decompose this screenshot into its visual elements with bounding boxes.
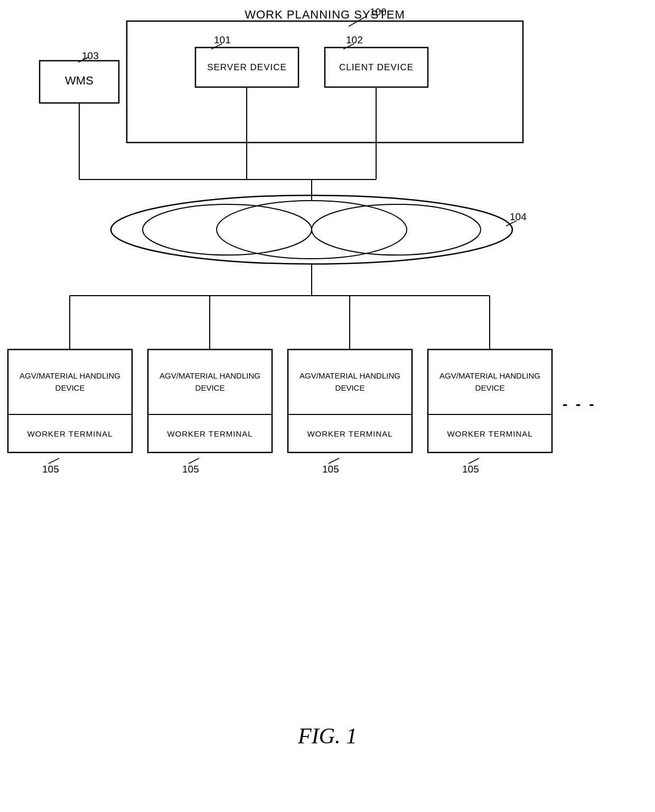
worker-terminal-label-3: WORKER TERMINAL bbox=[288, 414, 412, 452]
svg-line-36 bbox=[469, 458, 479, 464]
svg-line-34 bbox=[189, 458, 199, 464]
ref-105-2: 105 bbox=[182, 464, 199, 475]
svg-line-33 bbox=[49, 458, 59, 464]
worker-terminal-label-1: WORKER TERMINAL bbox=[8, 414, 132, 452]
svg-point-15 bbox=[217, 201, 407, 259]
ref-104: 104 bbox=[510, 211, 527, 223]
ref-105-4: 105 bbox=[462, 464, 479, 475]
svg-point-16 bbox=[143, 204, 312, 255]
device-group-2: AGV/MATERIAL HANDLING DEVICE WORKER TERM… bbox=[148, 350, 272, 452]
svg-point-17 bbox=[312, 204, 481, 255]
svg-point-14 bbox=[111, 195, 512, 264]
client-device-label: CLIENT DEVICE bbox=[325, 48, 428, 87]
ref-105-3: 105 bbox=[322, 464, 339, 475]
agv-label-3: AGV/MATERIAL HANDLING DEVICE bbox=[288, 350, 412, 414]
agv-label-1: AGV/MATERIAL HANDLING DEVICE bbox=[8, 350, 132, 414]
worker-terminal-label-2: WORKER TERMINAL bbox=[148, 414, 272, 452]
fig-label: FIG. 1 bbox=[298, 723, 357, 749]
server-device-label: SERVER DEVICE bbox=[195, 48, 298, 87]
wms-label: WMS bbox=[40, 74, 119, 88]
agv-label-2: AGV/MATERIAL HANDLING DEVICE bbox=[148, 350, 272, 414]
ref-101: 101 bbox=[214, 34, 231, 46]
device-group-4: AGV/MATERIAL HANDLING DEVICE WORKER TERM… bbox=[428, 350, 552, 452]
ellipsis-dots: - - - bbox=[563, 396, 596, 413]
agv-label-4: AGV/MATERIAL HANDLING DEVICE bbox=[428, 350, 552, 414]
ref-100: 100 bbox=[370, 6, 387, 18]
ref-102: 102 bbox=[346, 34, 363, 46]
ref-103: 103 bbox=[82, 50, 99, 62]
device-group-3: AGV/MATERIAL HANDLING DEVICE WORKER TERM… bbox=[288, 350, 412, 452]
diagram-container: WORK PLANNING SYSTEM 100 WMS 103 SERVER … bbox=[0, 0, 655, 812]
ref-105-1: 105 bbox=[42, 464, 59, 475]
svg-line-35 bbox=[329, 458, 339, 464]
device-group-1: AGV/MATERIAL HANDLING DEVICE WORKER TERM… bbox=[8, 350, 132, 452]
work-planning-system-label: WORK PLANNING SYSTEM bbox=[127, 8, 523, 22]
worker-terminal-label-4: WORKER TERMINAL bbox=[428, 414, 552, 452]
